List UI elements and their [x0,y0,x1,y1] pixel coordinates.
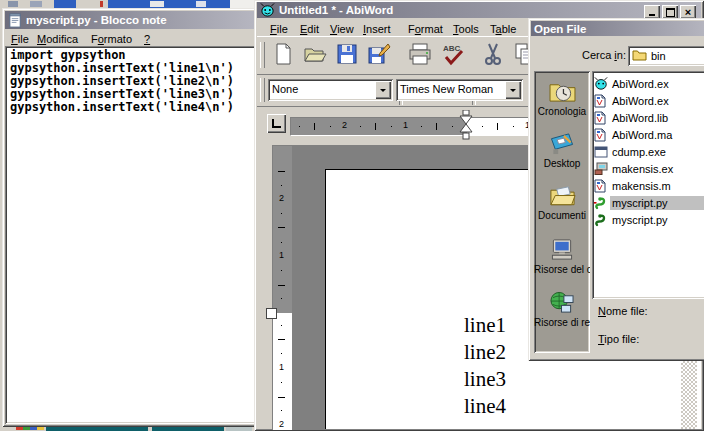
menu-help[interactable]: ? [144,33,150,45]
place-my-computer[interactable]: Risorse del co... [534,238,590,275]
file-name: makensis.ex [610,162,704,176]
desktop: myscript.py - Blocco note File Modifica … [0,0,704,431]
abiword-doc-icon [594,94,610,108]
toolbar-grip[interactable] [260,42,265,68]
open-button[interactable] [300,41,329,69]
place-desktop[interactable]: Desktop [534,132,590,169]
background-icon-fragment [150,1,164,7]
open-folder-icon [303,42,327,68]
notepad-icon [8,13,23,28]
close-button[interactable]: × [680,5,696,18]
notepad-window: myscript.py - Blocco note File Modifica … [2,8,258,427]
app-window-icon [594,146,610,158]
ruler-number: 1 [403,121,408,130]
document-line: line1 [464,312,506,339]
file-name: AbiWord.ex [610,94,704,108]
open-file-dialog: Open File Cerca in: bin Cronologia Deskt… [528,18,704,361]
toolbar-grip[interactable] [260,78,265,102]
save-button[interactable] [332,41,361,69]
ruler-number: 1 [279,251,284,260]
place-documents[interactable]: Documenti [534,185,590,221]
minimize-button[interactable] [644,5,660,18]
file-row[interactable]: makensis.m [594,177,704,194]
menu-file[interactable]: File [11,33,29,45]
file-name: cdump.exe [610,145,704,159]
file-row[interactable]: makensis.ex [594,160,704,177]
folder-icon [632,49,647,61]
file-row[interactable]: AbiWord.ma [594,126,704,143]
my-computer-icon [549,252,575,263]
font-dropdown-button[interactable] [505,81,521,99]
history-icon [549,94,576,105]
python-script-icon [594,213,610,227]
font-combobox[interactable]: Times New Roman [396,79,523,101]
abiword-doc-icon [594,111,610,125]
file-name: myscript.py [610,213,704,227]
places-bar: Cronologia Desktop Documenti Risorse del… [534,71,590,353]
dialog-title: Open File [534,23,586,35]
menu-modifica[interactable]: Modifica [37,33,78,45]
menu-insert[interactable]: Insert [363,23,391,35]
tab-left-icon [272,119,281,128]
file-name: AbiWord.ex [610,77,704,91]
file-row[interactable]: myscript.py [594,194,704,211]
abiword-doc-icon [594,179,610,193]
style-dropdown-button[interactable] [375,81,391,99]
abiword-titlebar[interactable]: Untitled1 * - AbiWord × [257,2,701,18]
menu-formato[interactable]: Formato [91,33,132,45]
menu-file[interactable]: File [270,23,288,35]
look-in-combobox[interactable]: bin [628,46,704,66]
print-button[interactable] [405,41,434,69]
document-line: line3 [464,366,506,393]
file-name: AbiWord.lib [610,111,704,125]
abiword-title: Untitled1 * - AbiWord [279,4,393,16]
file-name: AbiWord.ma [610,128,704,142]
documents-icon [549,198,576,209]
python-script-icon [594,196,610,210]
background-toolbar-fragment [54,0,76,8]
background-icon-fragment [100,1,103,7]
network-icon [549,305,575,316]
style-combobox[interactable]: None [268,79,393,101]
tab-stop-button[interactable] [267,114,286,133]
menu-format[interactable]: Format [408,23,443,35]
cut-button[interactable] [478,41,507,69]
menu-table[interactable]: Table [490,23,516,35]
notepad-titlebar[interactable]: myscript.py - Blocco note [5,11,258,29]
notepad-menubar: File Modifica Formato ? [5,30,258,46]
file-row[interactable]: myscript.py [594,211,704,228]
file-row[interactable]: AbiWord.lib [594,109,704,126]
ruler-number: 2 [279,194,284,203]
place-history[interactable]: Cronologia [534,80,590,117]
notepad-text-area[interactable]: import gypsython gypsython.insertText('l… [5,46,258,424]
spellcheck-button[interactable]: ABC [438,41,467,69]
vertical-ruler[interactable]: 2 1 1 2 [272,145,293,430]
place-network[interactable]: Risorse di rete [534,291,590,328]
file-row[interactable]: AbiWord.ex [594,92,704,109]
close-icon: × [685,7,691,17]
menu-view[interactable]: View [330,23,354,35]
menu-tools[interactable]: Tools [453,23,479,35]
minimize-icon [649,14,655,16]
place-label: Risorse di rete [534,317,590,328]
file-name: myscript.py [610,196,704,210]
file-row[interactable]: AbiWord.ex [594,75,704,92]
document-line: line4 [464,393,506,420]
notepad-title: myscript.py - Blocco note [26,14,167,26]
new-document-button[interactable] [268,41,297,69]
ruler-margin-zone [291,118,467,135]
menu-edit[interactable]: Edit [300,23,319,35]
ruler-number: 2 [279,420,284,429]
top-margin-marker[interactable] [266,308,277,319]
file-list[interactable]: AbiWord.ex AbiWord.ex AbiWord.lib AbiWor… [592,71,704,299]
maximize-button[interactable] [662,5,678,18]
background-toolbar-fragment [108,0,230,8]
indent-marker[interactable] [459,110,473,142]
ruler-number: 1 [279,363,284,372]
dialog-titlebar[interactable]: Open File [531,21,704,36]
place-label: Risorse del co... [534,264,590,275]
save-as-button[interactable] [364,41,393,69]
ant-icon [260,3,275,17]
file-row[interactable]: cdump.exe [594,143,704,160]
background-icon-fragment [30,1,42,7]
